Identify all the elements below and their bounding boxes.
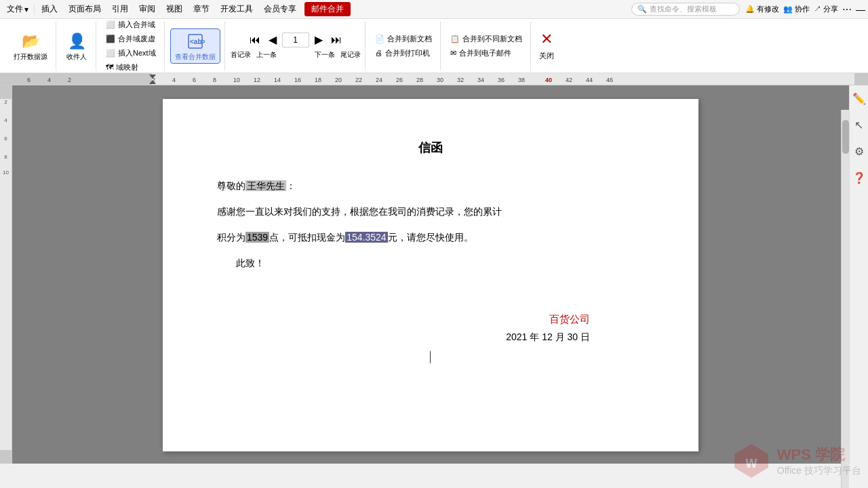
ribbon-group-insert: ⬜ 插入合并域 ⬛ 合并域废虚 ⬜ 插入Next域 🗺 域映射 xyxy=(98,22,165,70)
wps-title: WPS 学院 xyxy=(777,445,861,465)
vertical-ruler-ticks: 246 810 xyxy=(0,99,12,176)
modify-indicator[interactable]: 🔔 有修改 xyxy=(745,4,779,14)
document-title: 信函 xyxy=(217,140,644,156)
wps-watermark: W WPS 学院 Office 技巧学习平台 xyxy=(731,441,861,481)
next-record-label: 下一条 xyxy=(315,50,335,60)
body-text-2a: 积分为 xyxy=(217,232,245,243)
top-right-icons: 🔔 有修改 👥 协作 ↗ 分享 ⋯ — xyxy=(745,4,865,15)
ruler-left-margin xyxy=(0,73,152,85)
menu-review[interactable]: 审阅 xyxy=(134,2,161,16)
recipients-icon: 👤 xyxy=(66,30,87,52)
insert-merge-field-btn[interactable]: ⬜ 插入合并域 xyxy=(102,18,160,31)
body-paragraph-2: 积分为1539点，可抵扣现金为154.3524元，请您尽快使用。 xyxy=(217,228,644,247)
ruler-indent-marker[interactable] xyxy=(149,75,156,79)
merge-to-print-label: 合并到打印机 xyxy=(385,48,430,58)
doc-area[interactable]: 信函 尊敬的王华先生： 感谢您一直以来对我们的支持，根据您在我司的消费记录，您的… xyxy=(12,85,849,464)
document-body: 尊敬的王华先生： 感谢您一直以来对我们的支持，根据您在我司的消费记录，您的累计 … xyxy=(217,176,644,272)
insert-next-field-label: 插入Next域 xyxy=(118,48,156,58)
minimize-icon[interactable]: — xyxy=(856,4,865,15)
first-record-btn[interactable]: ⏮ xyxy=(247,33,263,47)
recipients-label: 收件人 xyxy=(66,52,87,62)
ruler-right-margin xyxy=(854,73,868,85)
collaborate-btn[interactable]: 👥 协作 xyxy=(783,4,810,14)
view-merge-data-label: 查看合并数据 xyxy=(175,52,216,62)
view-merge-data-icon: <ab> xyxy=(184,30,206,52)
menu-layout[interactable]: 页面布局 xyxy=(63,2,106,16)
points-value: 1539 xyxy=(245,232,269,243)
ribbon-group-nav: ⏮ ◀ ▶ ⏭ 首记录 上一条 下一条 尾记录 xyxy=(226,22,366,70)
ribbon-group-datasource: 📂 打开数据源 xyxy=(5,22,56,70)
menu-chapter[interactable]: 章节 xyxy=(188,2,215,16)
search-box[interactable]: 🔍 查找命令、搜索模板 xyxy=(631,3,740,16)
view-merge-data-btn[interactable]: <ab> 查看合并数据 xyxy=(170,28,220,64)
text-cursor xyxy=(427,351,431,363)
wps-subtitle: Office 技巧学习平台 xyxy=(777,465,861,477)
last-record-btn[interactable]: ⏭ xyxy=(328,33,344,47)
horizontal-ruler: 2 4 6 8 10 12 14 16 18 20 22 24 26 28 30… xyxy=(0,73,868,85)
open-datasource-icon: 📂 xyxy=(20,30,41,52)
merge-to-new-doc-label: 合并到新文档 xyxy=(387,34,432,44)
close-label: 关闭 xyxy=(539,51,554,61)
merge-to-new-doc-btn[interactable]: 📄 合并到新文档 xyxy=(371,33,436,45)
wps-label-group: WPS 学院 Office 技巧学习平台 xyxy=(777,445,861,477)
field-mapping-label: 域映射 xyxy=(116,62,138,73)
greeting-text: 尊敬的 xyxy=(217,180,245,191)
merge-field-disabled-icon: ⬛ xyxy=(106,35,115,43)
insert-merge-field-label: 插入合并域 xyxy=(118,20,155,30)
next-record-btn[interactable]: ▶ xyxy=(312,32,326,47)
merge-to-print-icon: 🖨 xyxy=(375,49,382,57)
settings-icon[interactable]: ⚙ xyxy=(852,142,867,161)
last-record-label: 尾记录 xyxy=(340,50,361,60)
insert-small-col: ⬜ 插入合并域 ⬛ 合并域废虚 ⬜ 插入Next域 🗺 域映射 xyxy=(102,18,160,74)
scrollbar-thumb[interactable] xyxy=(842,120,849,154)
menu-insert[interactable]: 插入 xyxy=(36,2,63,16)
main-area: 246 810 信函 尊敬的王华先生： 感谢您一直以来对我们的支持，根据您在我司… xyxy=(0,85,868,464)
merge-actions-col: 📄 合并到新文档 🖨 合并到打印机 xyxy=(371,33,436,60)
share-btn[interactable]: ↗ 分享 xyxy=(814,4,838,14)
cursor-icon[interactable]: ↖ xyxy=(852,116,866,134)
merge-to-email-label: 合并到电子邮件 xyxy=(459,48,511,58)
page-number-input[interactable] xyxy=(282,33,309,47)
merge-actions2-col: 📋 合并到不同新文档 ✉ 合并到电子邮件 xyxy=(446,33,526,60)
mail-merge-button[interactable]: 邮件合并 xyxy=(304,2,351,16)
body-text-2b: 点，可抵扣现金为 xyxy=(269,232,345,243)
menu-file-label: 文件 xyxy=(7,3,23,15)
merge-field-disabled-btn[interactable]: ⬛ 合并域废虚 xyxy=(102,33,160,45)
merge-field-disabled-label: 合并域废虚 xyxy=(118,34,155,44)
menu-membership[interactable]: 会员专享 xyxy=(258,2,302,16)
recipients-btn[interactable]: 👤 收件人 xyxy=(62,29,92,63)
help-icon[interactable]: ❓ xyxy=(850,169,869,187)
open-datasource-btn[interactable]: 📂 打开数据源 xyxy=(9,29,52,63)
prev-record-btn[interactable]: ◀ xyxy=(266,32,279,47)
ruler-mark-neg4: 4 xyxy=(47,77,51,83)
field-mapping-btn[interactable]: 🗺 域映射 xyxy=(102,61,160,74)
open-datasource-label: 打开数据源 xyxy=(14,52,47,62)
cursor xyxy=(427,351,431,363)
ribbon: 📂 打开数据源 👤 收件人 ⬜ 插入合并域 ⬛ 合并域废虚 ⬜ 插入Next域 xyxy=(0,19,868,73)
ribbon-group-merge-actions: 📄 合并到新文档 🖨 合并到打印机 xyxy=(367,22,441,70)
ribbon-group-view: <ab> 查看合并数据 xyxy=(166,22,225,70)
vertical-scrollbar[interactable] xyxy=(841,110,849,488)
amount-value: 154.3524 xyxy=(345,232,387,243)
ruler-hanging-marker[interactable] xyxy=(149,80,156,84)
company-name: 百货公司 xyxy=(217,313,590,326)
menu-developer[interactable]: 开发工具 xyxy=(215,2,258,16)
merge-to-diff-doc-btn[interactable]: 📋 合并到不同新文档 xyxy=(446,33,526,45)
more-icon[interactable]: ⋯ xyxy=(842,4,852,15)
wps-logo-icon: W xyxy=(731,441,772,481)
merge-to-print-btn[interactable]: 🖨 合并到打印机 xyxy=(371,47,436,60)
merge-to-email-btn[interactable]: ✉ 合并到电子邮件 xyxy=(446,47,526,60)
menu-references[interactable]: 引用 xyxy=(106,2,134,16)
insert-next-field-btn[interactable]: ⬜ 插入Next域 xyxy=(102,47,160,60)
vertical-ruler: 246 810 xyxy=(0,85,12,464)
ruler-mark-neg2: 2 xyxy=(68,77,71,83)
edit-icon[interactable]: ✏️ xyxy=(850,89,869,108)
menu-view[interactable]: 视图 xyxy=(161,2,188,16)
close-btn[interactable]: ✕ xyxy=(540,30,553,48)
body-paragraph-1: 感谢您一直以来对我们的支持，根据您在我司的消费记录，您的累计 xyxy=(217,202,644,221)
svg-text:W: W xyxy=(745,457,757,470)
document-page: 信函 尊敬的王华先生： 感谢您一直以来对我们的支持，根据您在我司的消费记录，您的… xyxy=(163,99,698,451)
menu-file[interactable]: 文件 ▾ xyxy=(3,2,33,16)
vertical-ruler-bottom-margin xyxy=(0,450,12,464)
right-panel: ✏️ ↖ ⚙ ❓ xyxy=(849,85,868,464)
